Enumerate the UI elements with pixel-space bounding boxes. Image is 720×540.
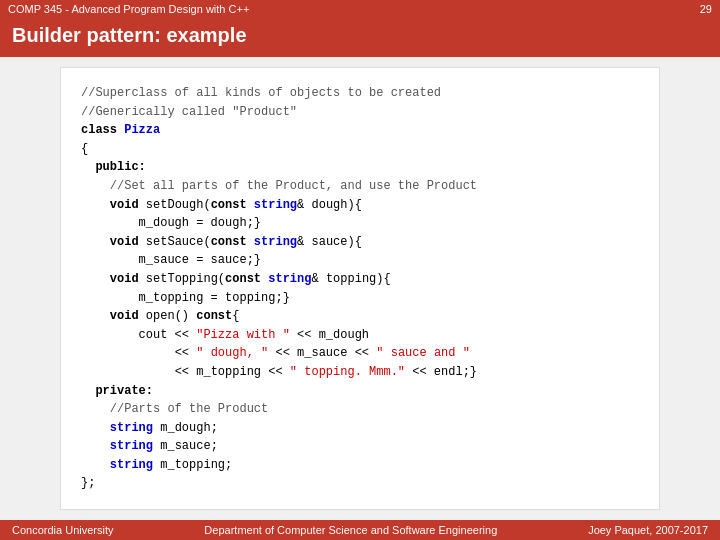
slide-content: //Superclass of all kinds of objects to … xyxy=(60,67,660,510)
footer-left: Concordia University xyxy=(12,524,113,536)
footer-right: Joey Paquet, 2007-2017 xyxy=(588,524,708,536)
code-block: //Superclass of all kinds of objects to … xyxy=(81,84,639,493)
slide-title: Builder pattern: example xyxy=(12,24,708,47)
top-bar: COMP 345 - Advanced Program Design with … xyxy=(0,0,720,18)
course-title: COMP 345 - Advanced Program Design with … xyxy=(8,3,249,15)
slide-number: 29 xyxy=(700,3,712,15)
footer-center: Department of Computer Science and Softw… xyxy=(204,524,497,536)
slide-title-bar: Builder pattern: example xyxy=(0,18,720,57)
footer: Concordia University Department of Compu… xyxy=(0,520,720,540)
